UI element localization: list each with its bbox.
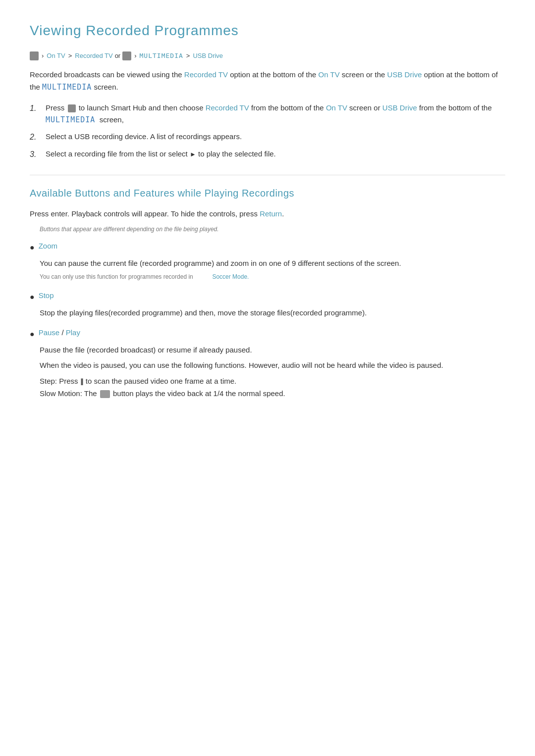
features-list: ● Zoom You can pause the current file (r… xyxy=(30,240,505,400)
step-1: 1. Press to launch Smart Hub and then ch… xyxy=(30,102,505,126)
arrow-right-icon: ► xyxy=(190,150,196,160)
steps-list: 1. Press to launch Smart Hub and then ch… xyxy=(30,102,505,161)
link-return[interactable]: Return xyxy=(260,209,282,218)
intro-paragraph: Recorded broadcasts can be viewed using … xyxy=(30,68,505,94)
menu-icon-2 xyxy=(122,51,131,60)
link-usb-drive-step1[interactable]: USB Drive xyxy=(382,103,417,112)
link-recorded-tv-intro[interactable]: Recorded TV xyxy=(184,70,228,79)
press-enter-text: Press enter. Playback controls will appe… xyxy=(30,208,505,220)
page-title: Viewing Recorded Programmes xyxy=(30,20,505,42)
link-recorded-tv-step1[interactable]: Recorded TV xyxy=(206,103,249,112)
link-on-tv-step1[interactable]: On TV xyxy=(326,103,347,112)
pause-icon: ‖ xyxy=(80,376,84,387)
stop-content: Stop the playing files(recorded programm… xyxy=(40,306,505,319)
breadcrumb-usb-drive[interactable]: USB Drive xyxy=(193,51,223,61)
pause-content-2: When the video is paused, you can use th… xyxy=(40,359,505,372)
zoom-content: You can pause the current file (recorded… xyxy=(40,257,505,270)
smart-hub-icon xyxy=(68,104,76,112)
breadcrumb: › On TV > Recorded TV or › MULTIMEDIA > … xyxy=(30,51,505,61)
stop-label: Stop xyxy=(39,290,54,302)
link-on-tv-intro[interactable]: On TV xyxy=(319,70,340,79)
link-multimedia-step1[interactable]: MULTIMEDIA xyxy=(46,115,95,124)
breadcrumb-on-tv[interactable]: On TV xyxy=(47,51,65,61)
feature-pause-play: ● Pause / Play Pause the file (recorded … xyxy=(30,327,505,400)
link-soccer-mode[interactable]: Soccer Mode. xyxy=(212,272,249,282)
feature-zoom: ● Zoom You can pause the current file (r… xyxy=(30,240,505,282)
buttons-note: Buttons that appear are different depend… xyxy=(40,225,505,234)
feature-stop: ● Stop Stop the playing files(recorded p… xyxy=(30,290,505,319)
section-divider xyxy=(30,175,505,175)
play-label: Play xyxy=(66,328,80,337)
menu-icon xyxy=(30,51,39,60)
zoom-sub-note: You can only use this function for progr… xyxy=(40,272,505,282)
breadcrumb-recorded-tv[interactable]: Recorded TV xyxy=(75,51,112,61)
link-multimedia-intro[interactable]: MULTIMEDIA xyxy=(42,83,92,92)
pause-label: Pause xyxy=(39,328,60,337)
breadcrumb-multimedia[interactable]: MULTIMEDIA xyxy=(140,51,183,61)
step-3: 3. Select a recording file from the list… xyxy=(30,148,505,161)
section-2-title: Available Buttons and Features while Pla… xyxy=(30,185,505,201)
link-usb-drive-intro[interactable]: USB Drive xyxy=(387,70,422,79)
slow-motion-button-icon xyxy=(100,390,110,398)
step-2: 2. Select a USB recording device. A list… xyxy=(30,131,505,144)
step-detail: Step: Press ‖ to scan the paused video o… xyxy=(40,375,505,400)
pause-content-1: Pause the file (recorded broadcast) or r… xyxy=(40,344,505,356)
zoom-label: Zoom xyxy=(39,240,57,252)
